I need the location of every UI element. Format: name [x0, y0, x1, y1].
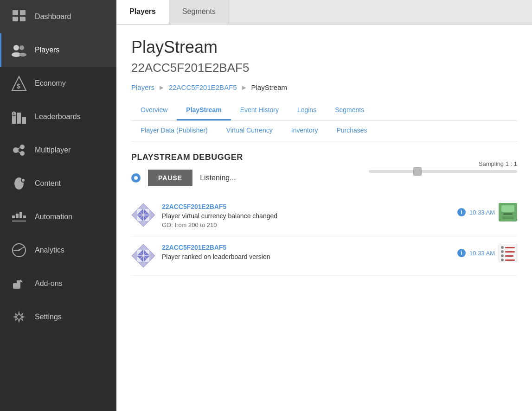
svg-point-6 [19, 45, 24, 50]
info-icon-1[interactable]: i [457, 208, 466, 216]
lb-line-short-3 [505, 255, 513, 257]
svg-rect-33 [17, 280, 20, 284]
sidebar-item-players[interactable]: Players [0, 33, 116, 67]
svg-rect-11 [17, 113, 21, 124]
sampling-label: Sampling 1 : 1 [479, 160, 517, 167]
slider-container: Sampling 1 : 1 [369, 160, 517, 173]
event-item-1: 22ACC5F201E2BAF5 Player virtual currency… [131, 196, 517, 236]
event-right-1: i 10:33 AM [457, 203, 517, 221]
svg-line-18 [18, 147, 20, 149]
sidebar-item-automation[interactable]: Automation [0, 200, 116, 234]
svg-line-19 [18, 152, 20, 153]
lb-dot-1 [501, 246, 504, 249]
svg-point-17 [20, 151, 25, 156]
sub-tab-inventory[interactable]: Inventory [282, 121, 327, 141]
sidebar-item-label-players: Players [35, 46, 59, 54]
sidebar-item-leaderboards[interactable]: 1 Leaderboards [0, 100, 116, 133]
svg-point-31 [18, 249, 20, 251]
breadcrumb: Players ► 22ACC5F201E2BAF5 ► PlayStream [131, 83, 517, 91]
svg-rect-12 [22, 117, 26, 124]
sidebar-item-label-addons: Add-ons [35, 279, 63, 288]
lb-line-4 [505, 259, 515, 261]
sidebar-item-analytics[interactable]: Analytics [0, 234, 116, 267]
svg-point-35 [17, 315, 21, 319]
svg-text:$: $ [17, 82, 20, 90]
svg-point-15 [13, 147, 19, 153]
debugger-controls: PAUSE Listening... Sampling 1 : 1 [131, 170, 517, 186]
event-player-id-1[interactable]: 22ACC5F201E2BAF5 [162, 203, 451, 210]
svg-rect-3 [20, 17, 26, 21]
lb-dot-2 [501, 250, 504, 253]
players-icon [11, 42, 27, 58]
sampling-slider[interactable] [369, 170, 517, 173]
breadcrumb-player-id-link[interactable]: 22ACC5F201E2BAF5 [169, 83, 237, 91]
event-item-2: 22ACC5F201E2BAF5 Player ranked on leader… [131, 236, 517, 276]
svg-marker-55 [149, 250, 155, 261]
lb-line-1 [505, 247, 515, 248]
svg-text:1: 1 [13, 112, 15, 116]
sidebar-item-dashboard[interactable]: Dashboard [0, 0, 116, 33]
breadcrumb-players-link[interactable]: Players [131, 83, 154, 91]
multiplayer-icon [11, 142, 27, 158]
svg-marker-43 [138, 221, 149, 227]
svg-marker-52 [138, 244, 149, 250]
lb-row-3 [501, 254, 515, 257]
sidebar-item-label-leaderboards: Leaderboards [35, 113, 81, 121]
sub-tab-virtual-currency[interactable]: Virtual Currency [217, 121, 282, 141]
player-id-heading: 22ACC5F201E2BAF5 [131, 61, 517, 75]
pause-button[interactable]: PAUSE [148, 170, 192, 186]
sidebar-item-label-multiplayer: Multiplayer [35, 146, 71, 154]
lb-dot-3 [501, 254, 504, 257]
svg-rect-2 [13, 17, 18, 21]
content-icon [11, 175, 27, 192]
main-area: Players Segments PlayStream 22ACC5F201E2… [116, 0, 532, 411]
sub-tab-overview[interactable]: Overview [131, 101, 177, 120]
tab-players[interactable]: Players [116, 0, 169, 24]
event-description-2: Player ranked on leaderboard version [162, 253, 451, 260]
atm-bills [502, 216, 513, 219]
atm-icon [499, 203, 517, 221]
analytics-icon [11, 242, 27, 259]
tab-segments[interactable]: Segments [169, 0, 229, 24]
sidebar-item-addons[interactable]: Add-ons [0, 267, 116, 300]
svg-rect-26 [23, 215, 26, 218]
sub-tab-playstream[interactable]: PlayStream [177, 101, 231, 120]
top-tabs-bar: Players Segments [116, 0, 532, 25]
addons-icon [11, 275, 27, 292]
diamond-icon-1 [131, 203, 155, 227]
svg-marker-45 [149, 209, 155, 221]
sub-tab-segments[interactable]: Segments [326, 101, 373, 120]
event-player-id-2[interactable]: 22ACC5F201E2BAF5 [162, 244, 451, 251]
sidebar-item-multiplayer[interactable]: Multiplayer [0, 133, 116, 167]
sub-tab-purchases[interactable]: Purchases [327, 121, 376, 141]
sidebar-item-label-analytics: Analytics [35, 246, 64, 254]
sub-tab-logins[interactable]: Logins [288, 101, 326, 120]
sidebar-item-economy[interactable]: $ Economy [0, 67, 116, 100]
slider-thumb[interactable] [413, 167, 422, 176]
breadcrumb-separator-1: ► [158, 83, 165, 91]
sidebar-item-settings[interactable]: Settings [0, 300, 116, 334]
event-time-1: 10:33 AM [469, 209, 495, 216]
sub-tabs-row2: Player Data (Publisher) Virtual Currency… [131, 121, 517, 141]
breadcrumb-current: PlayStream [251, 83, 288, 91]
leaderboards-icon: 1 [11, 108, 27, 125]
sub-tab-event-history[interactable]: Event History [231, 101, 288, 120]
svg-rect-0 [13, 10, 18, 15]
sidebar: Dashboard Players $ Economy [0, 0, 116, 411]
event-description-1: Player virtual currency balance changed [162, 212, 451, 220]
breadcrumb-separator-2: ► [241, 83, 248, 91]
svg-point-16 [20, 145, 25, 149]
lb-line-2 [505, 251, 515, 253]
settings-icon [11, 309, 27, 325]
sidebar-item-label-economy: Economy [35, 79, 66, 88]
content-area: PlayStream 22ACC5F201E2BAF5 Players ► 22… [116, 25, 532, 411]
info-icon-2[interactable]: i [457, 249, 466, 257]
sidebar-item-content[interactable]: Content [0, 167, 116, 200]
listening-radio[interactable] [131, 173, 141, 183]
sub-tab-player-data-publisher[interactable]: Player Data (Publisher) [131, 121, 217, 141]
page-title: PlayStream [131, 38, 517, 57]
grid-icon [11, 8, 27, 25]
svg-rect-24 [16, 214, 19, 218]
event-icon-1 [131, 203, 155, 227]
lb-row-1 [501, 246, 515, 249]
